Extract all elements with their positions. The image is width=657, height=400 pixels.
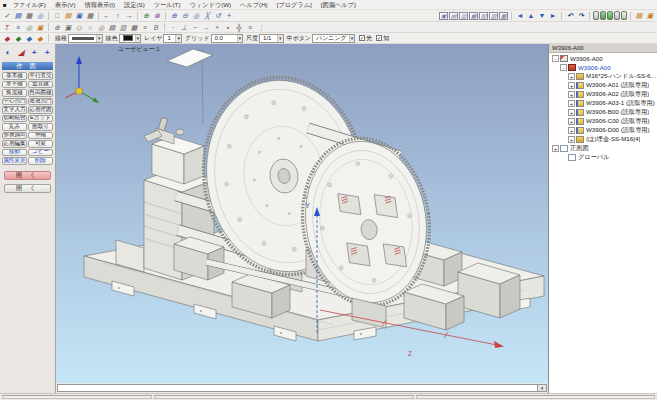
tree-expand-toggle[interactable]: + bbox=[568, 136, 575, 143]
dropdown-arrow-icon[interactable]: ▾ bbox=[349, 35, 355, 42]
sidebar-tool-button[interactable]: 削除 bbox=[28, 157, 53, 165]
up-arrow-icon[interactable]: ↑ bbox=[113, 11, 123, 21]
pan-icon[interactable]: + bbox=[224, 11, 234, 21]
tree-expand-toggle[interactable]: + bbox=[552, 145, 559, 152]
scale-select[interactable]: 1/1▾ bbox=[259, 34, 284, 43]
tree-expand-toggle[interactable]: + bbox=[568, 100, 575, 107]
notice-checkbox[interactable]: ✓知 bbox=[376, 34, 389, 43]
sidebar-tool-button[interactable]: 形状抽出 bbox=[2, 132, 27, 140]
find-glass-icon[interactable]: ◎ bbox=[35, 11, 45, 21]
menu-item[interactable]: [プログラム] bbox=[273, 0, 316, 10]
perpendicular-icon[interactable]: ⊥ bbox=[179, 22, 189, 32]
tree-item-label[interactable]: W3906-A03-1 (読取専用) bbox=[586, 99, 655, 108]
command-history-dropdown[interactable]: ▾ bbox=[538, 384, 547, 392]
sidebar-tool-button[interactable]: 移動 bbox=[2, 149, 27, 157]
options-icon[interactable]: ▣ bbox=[645, 11, 655, 21]
viewport-3d-canvas[interactable]: Y Z bbox=[56, 44, 548, 383]
sidebar-tool-button[interactable]: 平行直交 bbox=[28, 72, 53, 80]
tree-item-label[interactable]: W3906-A01 (読取専用) bbox=[586, 81, 649, 90]
sidebar-tool-button[interactable]: 角度線 bbox=[2, 89, 27, 97]
layer-state-5-icon[interactable] bbox=[621, 11, 627, 20]
redo-icon[interactable]: ↷ bbox=[576, 11, 586, 21]
tree-item-label[interactable]: W3906-A00 bbox=[570, 55, 603, 62]
new-file-icon[interactable]: □ bbox=[52, 11, 62, 21]
view-top-icon[interactable]: ▧ bbox=[479, 12, 488, 20]
menu-item[interactable]: 設定(S) bbox=[120, 0, 149, 10]
move-cross-icon[interactable]: + bbox=[29, 47, 40, 58]
orbit-view-icon[interactable]: ◐ bbox=[3, 47, 14, 58]
style-blue-icon[interactable]: ◆ bbox=[24, 33, 34, 43]
layer-state-4-icon[interactable] bbox=[614, 11, 620, 20]
tree-expand-toggle[interactable]: + bbox=[568, 91, 575, 98]
tree-item[interactable]: +W3906-A01 (読取専用) bbox=[549, 81, 657, 90]
sidebar-tool-button[interactable]: 水平線 bbox=[2, 81, 27, 89]
dropdown-arrow-icon[interactable]: ▾ bbox=[135, 35, 141, 42]
tree-item[interactable]: +W3906-B00 (読取専用) bbox=[549, 108, 657, 117]
view-front-icon[interactable]: ▣ bbox=[439, 12, 448, 20]
grid-select[interactable]: 0.0▾ bbox=[211, 34, 244, 43]
menu-item[interactable]: ヘルプ(H) bbox=[236, 0, 272, 10]
view-back-icon[interactable]: ▤ bbox=[449, 12, 458, 20]
sidebar-tool-button[interactable]: Eカット bbox=[28, 115, 53, 123]
3d-viewport[interactable]: ユーザビュー:1 bbox=[56, 44, 548, 383]
snap-mid-icon[interactable]: ◇ bbox=[74, 22, 84, 32]
snap-body-icon[interactable]: B bbox=[151, 22, 161, 32]
menu-item[interactable]: ツール(T) bbox=[150, 0, 185, 10]
rotate-down-icon[interactable]: ▼ bbox=[537, 11, 547, 21]
tree-item[interactable]: +正面図 bbox=[549, 144, 657, 153]
cross-icon[interactable]: + bbox=[212, 22, 222, 32]
tree-item[interactable]: +W3906-A03-1 (読取専用) bbox=[549, 99, 657, 108]
zoom-out-icon[interactable]: ⊖ bbox=[180, 11, 190, 21]
sidebar-tool-button[interactable]: 自由曲線 bbox=[28, 89, 53, 97]
open-button-secondary[interactable]: 開 く bbox=[4, 184, 51, 193]
sidebar-tool-button[interactable]: 中心点円 bbox=[2, 98, 27, 106]
tree-item[interactable]: -W3906-A00 bbox=[549, 54, 657, 63]
line-color-select[interactable]: ▾ bbox=[119, 34, 142, 43]
snap-circle-icon[interactable]: ○ bbox=[85, 22, 95, 32]
light-checkbox[interactable]: ✓光 bbox=[359, 34, 372, 43]
sidebar-tool-button[interactable]: 基本線 bbox=[2, 72, 27, 80]
tree-item[interactable]: +(ほ)埋金-SS-M16[4] bbox=[549, 135, 657, 144]
tree-item[interactable]: -W3906-A00 bbox=[549, 63, 657, 72]
tree-expand-toggle[interactable]: - bbox=[560, 64, 567, 71]
sidebar-tool-button[interactable]: 伸縮 bbox=[28, 132, 53, 140]
view-iso-icon[interactable]: ▩ bbox=[499, 12, 508, 20]
sidebar-tool-button[interactable]: 文字入力 bbox=[2, 106, 27, 114]
menu-item[interactable]: 情報表示(I) bbox=[80, 0, 119, 10]
parts-list-icon[interactable]: ▤ bbox=[634, 11, 644, 21]
paint-style-icon[interactable]: ◆ bbox=[2, 33, 12, 43]
snap-center-icon[interactable]: ⊕ bbox=[52, 22, 62, 32]
tree-expand-toggle[interactable]: + bbox=[568, 127, 575, 134]
sidebar-tool-button[interactable]: 応用編集 bbox=[2, 140, 27, 148]
sidebar-tool-button[interactable]: 属性変更 bbox=[2, 157, 27, 165]
line-type-select[interactable]: ▾ bbox=[68, 34, 103, 43]
snap-plane-icon[interactable]: ▦ bbox=[129, 22, 139, 32]
snap-quad-icon[interactable]: ◎ bbox=[96, 22, 106, 32]
sidebar-tool-button[interactable]: コピー bbox=[28, 149, 53, 157]
tree-item-label[interactable]: 正面図 bbox=[570, 144, 589, 153]
tree-item[interactable]: +W3906-C00 (読取専用) bbox=[549, 117, 657, 126]
paint-brush-icon[interactable]: ◢ bbox=[16, 47, 27, 58]
style-green-icon[interactable]: ◆ bbox=[13, 33, 23, 43]
tree-expand-toggle[interactable]: + bbox=[568, 109, 575, 116]
sidebar-tool-button[interactable]: 垂直線 bbox=[28, 81, 53, 89]
dropdown-arrow-icon[interactable]: ▾ bbox=[175, 35, 181, 42]
sidebar-tool-button[interactable]: 面取り bbox=[28, 123, 53, 131]
tree-expand-toggle[interactable]: - bbox=[552, 55, 559, 62]
sidebar-tool-button[interactable]: 通過点円 bbox=[28, 98, 53, 106]
menu-item[interactable]: [図脳ヘルプ] bbox=[317, 0, 360, 10]
select-check-icon[interactable]: ✓ bbox=[2, 11, 12, 21]
box-view-icon[interactable]: ▣ bbox=[35, 22, 45, 32]
sidebar-tool-button[interactable]: 応用作図 bbox=[28, 106, 53, 114]
menu-item[interactable]: ウィンドウ(W) bbox=[185, 0, 235, 10]
tree-item[interactable]: +W3906-D00 (読取専用) bbox=[549, 126, 657, 135]
rotate-up-icon[interactable]: ▲ bbox=[526, 11, 536, 21]
sidebar-tool-button[interactable]: 丸み bbox=[2, 123, 27, 131]
text-tool-icon[interactable]: T bbox=[2, 22, 12, 32]
layer-state-3-icon[interactable] bbox=[607, 11, 613, 20]
tree-expand-toggle[interactable]: + bbox=[568, 73, 575, 80]
style-orange-icon[interactable]: ◆ bbox=[35, 33, 45, 43]
menu-item[interactable]: ファイル(F) bbox=[9, 0, 50, 10]
tree-item-label[interactable]: グローバル bbox=[578, 153, 610, 162]
rotate-left-icon[interactable]: ◄ bbox=[515, 11, 525, 21]
